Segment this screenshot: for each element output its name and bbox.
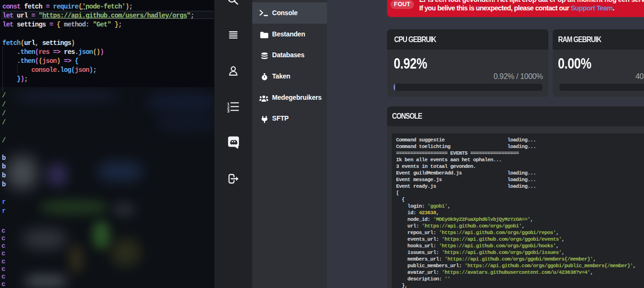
svg-text:3: 3 (227, 109, 229, 113)
